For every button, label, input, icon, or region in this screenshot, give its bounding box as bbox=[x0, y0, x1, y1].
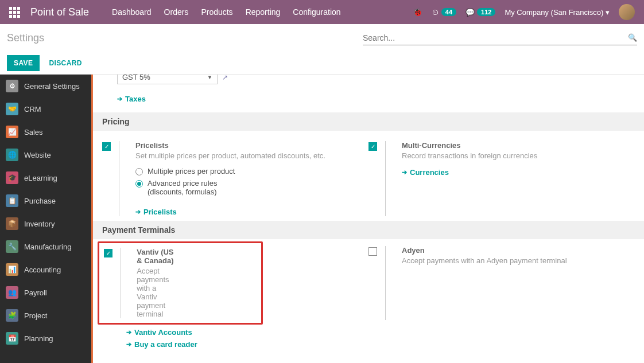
pricelists-link[interactable]: ➔Pricelists bbox=[135, 208, 177, 216]
company-switcher[interactable]: My Company (San Francisco) ▾ bbox=[505, 8, 610, 17]
buy-card-reader-link[interactable]: ➔Buy a card reader bbox=[126, 340, 635, 349]
sidebar-item-project[interactable]: 🧩Project bbox=[0, 304, 91, 327]
vantiv-label: Vantiv (US & Canada) bbox=[137, 248, 175, 265]
sidebar-item-label: Payroll bbox=[24, 288, 47, 297]
apps-launcher-icon[interactable] bbox=[9, 7, 20, 18]
sidebar-item-general-settings[interactable]: ⚙General Settings bbox=[0, 75, 91, 97]
tax-section-fragment: GST 5%▼ ↗ ➔Taxes bbox=[93, 75, 644, 112]
sidebar-item-label: Website bbox=[24, 151, 51, 159]
pricelists-option-advanced[interactable]: Advanced price rules(discounts, formulas… bbox=[135, 179, 325, 196]
arrow-right-icon: ➔ bbox=[126, 341, 131, 348]
sidebar-icon: 📅 bbox=[6, 332, 18, 345]
user-avatar[interactable] bbox=[619, 4, 635, 20]
pricelists-label: Pricelists bbox=[135, 141, 325, 150]
sidebar-icon: 🔧 bbox=[6, 240, 18, 253]
main-menu: Dashboard Orders Products Reporting Conf… bbox=[112, 7, 341, 17]
multicurrency-label: Multi-Currencies bbox=[402, 141, 537, 150]
sidebar-icon: ⚙ bbox=[6, 80, 18, 92]
timer-badge[interactable]: ⏲44 bbox=[432, 8, 456, 17]
clock-icon: ⏲ bbox=[432, 8, 439, 17]
sidebar-item-inventory[interactable]: 📦Inventory bbox=[0, 212, 91, 235]
menu-reporting[interactable]: Reporting bbox=[246, 7, 281, 17]
sidebar-item-label: Planning bbox=[24, 334, 53, 343]
terminals-section-title: Payment Terminals bbox=[93, 221, 644, 239]
chat-icon: 💬 bbox=[465, 8, 475, 17]
sidebar-item-label: Sales bbox=[24, 128, 43, 136]
sidebar-icon: 🎓 bbox=[6, 171, 18, 184]
sidebar-item-label: eLearning bbox=[24, 174, 57, 182]
pricelists-option-multiple[interactable]: Multiple prices per product bbox=[135, 167, 325, 175]
vantiv-desc: Accept payments with a Vantiv payment te… bbox=[137, 267, 175, 318]
sidebar-icon: 📦 bbox=[6, 217, 18, 230]
sidebar-item-purchase[interactable]: 📋Purchase bbox=[0, 189, 91, 212]
sidebar-icon: 📋 bbox=[6, 194, 18, 207]
adyen-desc: Accept payments with an Adyen payment te… bbox=[402, 256, 567, 265]
menu-dashboard[interactable]: Dashboard bbox=[112, 7, 152, 17]
topbar: Point of Sale Dashboard Orders Products … bbox=[0, 0, 644, 24]
tax-select[interactable]: GST 5%▼ bbox=[117, 75, 218, 84]
vantiv-highlight: ✓ Vantiv (US & Canada) Accept payments w… bbox=[98, 241, 263, 325]
sidebar-item-label: Manufacturing bbox=[24, 243, 71, 251]
sidebar-item-sales[interactable]: 📈Sales bbox=[0, 120, 91, 143]
debug-icon[interactable]: 🐞 bbox=[413, 7, 422, 17]
sidebar-icon: 🧩 bbox=[6, 309, 18, 322]
adyen-label: Adyen bbox=[402, 246, 567, 255]
sidebar-icon: 🤝 bbox=[6, 103, 18, 115]
sidebar-item-accounting[interactable]: 📊Accounting bbox=[0, 258, 91, 281]
sidebar-item-label: CRM bbox=[24, 105, 41, 114]
pricing-section-title: Pricing bbox=[93, 112, 644, 131]
adyen-checkbox[interactable] bbox=[368, 247, 377, 256]
app-brand: Point of Sale bbox=[30, 6, 89, 18]
search-bar[interactable]: 🔍 bbox=[363, 31, 637, 45]
pricelists-desc: Set multiple prices per product, automat… bbox=[135, 151, 325, 160]
messages-badge[interactable]: 💬112 bbox=[465, 8, 495, 17]
external-link-icon[interactable]: ↗ bbox=[222, 75, 228, 81]
settings-content: GST 5%▼ ↗ ➔Taxes Pricing ✓ Pricelists Se… bbox=[91, 75, 644, 363]
menu-orders[interactable]: Orders bbox=[164, 7, 189, 17]
taxes-link[interactable]: ➔Taxes bbox=[117, 95, 146, 103]
sidebar-item-payroll[interactable]: 👥Payroll bbox=[0, 281, 91, 304]
sidebar-item-planning[interactable]: 📅Planning bbox=[0, 327, 91, 350]
pricelists-checkbox[interactable]: ✓ bbox=[102, 142, 111, 151]
sidebar-item-crm[interactable]: 🤝CRM bbox=[0, 97, 91, 120]
sidebar-item-elearning[interactable]: 🎓eLearning bbox=[0, 166, 91, 189]
arrow-right-icon: ➔ bbox=[402, 169, 407, 176]
arrow-right-icon: ➔ bbox=[135, 208, 141, 216]
menu-configuration[interactable]: Configuration bbox=[293, 7, 340, 17]
caret-down-icon: ▾ bbox=[606, 8, 610, 17]
sidebar-item-manufacturing[interactable]: 🔧Manufacturing bbox=[0, 235, 91, 258]
arrow-right-icon: ➔ bbox=[117, 95, 122, 103]
sidebar-icon: 📊 bbox=[6, 263, 18, 276]
caret-down-icon: ▼ bbox=[207, 75, 212, 80]
sidebar-item-website[interactable]: 🌐Website bbox=[0, 143, 91, 166]
search-icon: 🔍 bbox=[628, 33, 637, 42]
settings-sidebar: ⚙General Settings🤝CRM📈Sales🌐Website🎓eLea… bbox=[0, 75, 91, 363]
sidebar-item-label: Purchase bbox=[24, 197, 56, 205]
action-bar: SAVE DISCARD bbox=[0, 52, 644, 75]
breadcrumb-bar: Settings 🔍 bbox=[0, 24, 644, 52]
search-input[interactable] bbox=[363, 33, 628, 42]
sidebar-icon: 👥 bbox=[6, 286, 18, 299]
sidebar-item-label: General Settings bbox=[24, 82, 80, 91]
save-button[interactable]: SAVE bbox=[7, 55, 40, 71]
multicurrency-desc: Record transactions in foreign currencie… bbox=[402, 151, 537, 160]
arrow-right-icon: ➔ bbox=[126, 329, 131, 336]
sidebar-item-label: Project bbox=[24, 311, 47, 320]
menu-products[interactable]: Products bbox=[201, 7, 232, 17]
sidebar-item-label: Inventory bbox=[24, 220, 55, 228]
page-title: Settings bbox=[7, 32, 44, 44]
sidebar-icon: 📈 bbox=[6, 126, 18, 138]
sidebar-item-label: Accounting bbox=[24, 266, 61, 274]
vantiv-checkbox[interactable]: ✓ bbox=[104, 249, 112, 257]
currencies-link[interactable]: ➔Currencies bbox=[402, 168, 449, 177]
multicurrency-checkbox[interactable]: ✓ bbox=[368, 142, 377, 151]
vantiv-accounts-link[interactable]: ➔Vantiv Accounts bbox=[126, 328, 635, 337]
discard-button[interactable]: DISCARD bbox=[49, 59, 82, 67]
sidebar-icon: 🌐 bbox=[6, 149, 18, 161]
